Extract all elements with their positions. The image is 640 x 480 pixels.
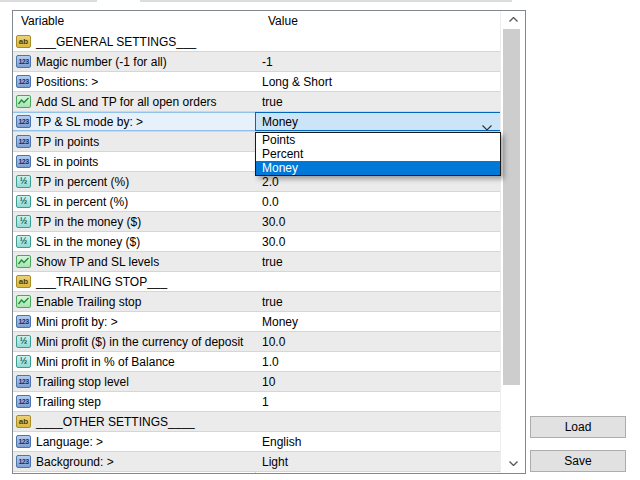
tab-bar-edge-left: [0, 0, 97, 2]
table-row-show-tp-sl[interactable]: Show TP and SL levels true: [13, 252, 501, 272]
tab-bar-edge-right: [140, 0, 512, 2]
variable-label: Positions: >: [36, 75, 98, 89]
value-cell[interactable]: [255, 272, 501, 291]
table-row-enable-trailing[interactable]: Enable Trailing stop true: [13, 292, 501, 312]
value-cell[interactable]: 10: [255, 372, 501, 391]
load-button[interactable]: Load: [530, 416, 626, 438]
number-icon: 123: [16, 435, 31, 448]
variable-label: Mini profit ($) in the currency of depos…: [36, 335, 243, 349]
vertical-scrollbar[interactable]: [500, 11, 525, 473]
text-icon: ab: [16, 415, 31, 428]
variable-label: TP in points: [36, 135, 99, 149]
variable-label: SL in percent (%): [36, 195, 128, 209]
table-row-trailing-stop-section[interactable]: ab ___TRAILING STOP___: [13, 272, 501, 292]
value-cell[interactable]: 1.0: [255, 352, 501, 371]
save-button[interactable]: Save: [530, 450, 626, 472]
variable-label: ___TRAILING STOP___: [36, 275, 167, 289]
scrollbar-thumb[interactable]: [503, 29, 520, 385]
variable-column-header: Variable: [21, 11, 64, 32]
number-icon: 123: [16, 135, 31, 148]
variable-label: Magic number (-1 for all): [36, 55, 167, 69]
table-row-tp-in-money[interactable]: ½ TP in the money ($) 30.0: [13, 212, 501, 232]
variable-label: Trailing stop level: [36, 375, 129, 389]
table-row-background[interactable]: 123 Background: > Light: [13, 452, 501, 472]
table-row-add-sl-tp[interactable]: Add SL and TP for all open orders true: [13, 92, 501, 112]
value-cell[interactable]: [255, 32, 501, 51]
variable-label: Language: >: [36, 435, 103, 449]
table-rows: ab ___GENERAL SETTINGS___ 123 Magic numb…: [13, 32, 501, 473]
decimal-icon: ½: [16, 175, 31, 188]
table-row-mini-profit-currency[interactable]: ½ Mini profit ($) in the currency of dep…: [13, 332, 501, 352]
text-icon: ab: [16, 275, 31, 288]
value-column-header: Value: [268, 11, 298, 32]
save-button-label: Save: [564, 454, 591, 468]
tp-sl-mode-combobox[interactable]: Money: [255, 112, 501, 131]
variable-label: Add SL and TP for all open orders: [36, 95, 217, 109]
decimal-icon: ½: [16, 335, 31, 348]
value-cell[interactable]: 1: [255, 392, 501, 411]
decimal-icon: ½: [16, 215, 31, 228]
variable-label: SL in points: [36, 155, 98, 169]
value-cell[interactable]: true: [255, 252, 501, 271]
variable-label: Background: >: [36, 455, 114, 469]
number-icon: 123: [16, 375, 31, 388]
variable-label: ____OTHER SETTINGS____: [36, 415, 195, 429]
chart-icon: [16, 95, 31, 108]
number-icon: 123: [16, 75, 31, 88]
table-row-trailing-stop-level[interactable]: 123 Trailing stop level 10: [13, 372, 501, 392]
value-cell[interactable]: [255, 412, 501, 431]
value-cell[interactable]: English: [255, 432, 501, 451]
tp-sl-mode-dropdown-list: Points Percent Money: [255, 132, 501, 176]
scroll-up-button[interactable]: [501, 11, 525, 28]
table-row-mini-profit-by[interactable]: 123 Mini profit by: > Money: [13, 312, 501, 332]
variable-label: SL in the money ($): [36, 235, 140, 249]
dropdown-item-percent[interactable]: Percent: [256, 147, 500, 161]
table-row-language[interactable]: 123 Language: > English: [13, 432, 501, 452]
table-row-other-settings-section[interactable]: ab ____OTHER SETTINGS____: [13, 412, 501, 432]
variable-label: Mini profit by: >: [36, 315, 118, 329]
value-cell[interactable]: true: [255, 92, 501, 111]
value-cell[interactable]: 10.0: [255, 332, 501, 351]
table-row-sl-in-money[interactable]: ½ SL in the money ($) 30.0: [13, 232, 501, 252]
number-icon: 123: [16, 115, 31, 128]
chart-icon: [16, 295, 31, 308]
decimal-icon: ½: [16, 195, 31, 208]
value-cell[interactable]: 30.0: [255, 212, 501, 231]
value-cell[interactable]: 30.0: [255, 232, 501, 251]
chart-icon: [16, 255, 31, 268]
scroll-down-button[interactable]: [501, 455, 525, 472]
table-row-trailing-step[interactable]: 123 Trailing step 1: [13, 392, 501, 412]
variable-label: TP in the money ($): [36, 215, 141, 229]
variable-label: TP & SL mode by: >: [36, 115, 143, 129]
table-row-tp-sl-mode[interactable]: 123 TP & SL mode by: > Money: [13, 112, 501, 132]
variable-label: TP in percent (%): [36, 175, 129, 189]
dropdown-item-points[interactable]: Points: [256, 133, 500, 147]
value-cell[interactable]: Long & Short: [255, 72, 501, 91]
value-cell[interactable]: true: [255, 292, 501, 311]
variable-label: Enable Trailing stop: [36, 295, 141, 309]
table-row-magic-number[interactable]: 123 Magic number (-1 for all) -1: [13, 52, 501, 72]
variable-label: Show TP and SL levels: [36, 255, 159, 269]
value-cell[interactable]: Money: [255, 312, 501, 331]
value-cell[interactable]: Light: [255, 452, 501, 471]
decimal-icon: ½: [16, 355, 31, 368]
value-cell[interactable]: 0.0: [255, 192, 501, 211]
decimal-icon: ½: [16, 235, 31, 248]
combobox-value: Money: [262, 115, 298, 129]
variable-label: Mini profit in % of Balance: [36, 355, 175, 369]
number-icon: 123: [16, 455, 31, 468]
table-row-general-settings[interactable]: ab ___GENERAL SETTINGS___: [13, 32, 501, 52]
number-icon: 123: [16, 155, 31, 168]
number-icon: 123: [16, 315, 31, 328]
variable-label: ___GENERAL SETTINGS___: [36, 35, 196, 49]
text-icon: ab: [16, 35, 31, 48]
table-row-mini-profit-percent[interactable]: ½ Mini profit in % of Balance 1.0: [13, 352, 501, 372]
table-header: Variable Value: [13, 11, 501, 33]
number-icon: 123: [16, 55, 31, 68]
table-row-sl-in-percent[interactable]: ½ SL in percent (%) 0.0: [13, 192, 501, 212]
table-row-positions[interactable]: 123 Positions: > Long & Short: [13, 72, 501, 92]
value-cell[interactable]: -1: [255, 52, 501, 71]
dropdown-item-money[interactable]: Money: [256, 161, 500, 175]
inputs-table: Variable Value ab ___GENERAL SETTINGS___…: [12, 10, 526, 474]
number-icon: 123: [16, 395, 31, 408]
